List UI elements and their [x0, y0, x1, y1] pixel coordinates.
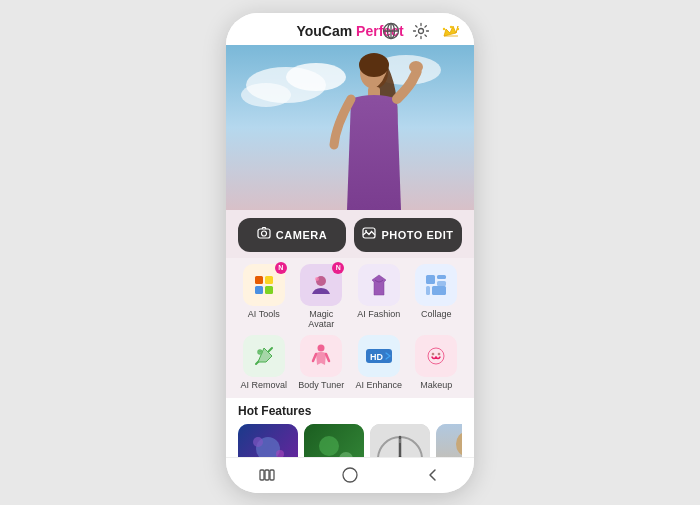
top-bar: YouCam Perfect — [226, 13, 474, 45]
svg-point-7 — [457, 27, 459, 29]
collage-icon-box — [415, 264, 457, 306]
svg-line-35 — [326, 354, 329, 361]
svg-rect-30 — [426, 286, 430, 295]
hot-feature-4[interactable] — [436, 424, 462, 457]
page-background: YouCam Perfect — [0, 0, 700, 505]
svg-point-20 — [365, 230, 367, 232]
camera-button[interactable]: CAMERA — [238, 218, 346, 252]
nav-back-button[interactable] — [424, 466, 442, 484]
ai-removal-label: AI Removal — [240, 380, 287, 390]
svg-rect-27 — [426, 275, 435, 284]
body-tuner-label: Body Tuner — [298, 380, 344, 390]
tools-grid: N AI Tools N Magic Avatar — [238, 264, 462, 390]
makeup-icon-box — [415, 335, 457, 377]
ai-tools-badge: N — [275, 262, 287, 274]
svg-text:HD: HD — [370, 352, 383, 362]
svg-point-46 — [253, 437, 263, 447]
svg-point-41 — [433, 353, 434, 354]
crown-icon[interactable] — [440, 20, 462, 42]
top-icons-group — [380, 20, 462, 42]
ai-fashion-icon-box — [358, 264, 400, 306]
svg-rect-17 — [258, 229, 270, 238]
hot-features-section: Hot Features — [226, 398, 474, 457]
ai-enhance-label: AI Enhance — [355, 380, 402, 390]
magic-avatar-label: Magic Avatar — [296, 309, 348, 329]
tool-ai-removal[interactable]: AI Removal — [238, 335, 290, 390]
settings-icon[interactable] — [410, 20, 432, 42]
camera-label: CAMERA — [276, 229, 327, 241]
svg-point-14 — [359, 53, 389, 77]
ai-tools-icon-box: N — [243, 264, 285, 306]
nav-recent-button[interactable] — [258, 466, 276, 484]
app-title-part1: YouCam — [296, 23, 352, 39]
hero-image — [226, 45, 474, 210]
svg-rect-31 — [432, 286, 446, 295]
collage-label: Collage — [421, 309, 452, 319]
svg-rect-21 — [255, 276, 263, 284]
svg-rect-66 — [265, 470, 269, 480]
hot-features-row — [238, 424, 462, 457]
svg-point-16 — [409, 61, 423, 73]
bottom-nav — [226, 457, 474, 493]
camera-icon — [257, 226, 271, 244]
svg-rect-28 — [437, 275, 446, 279]
ai-enhance-icon-box: HD — [358, 335, 400, 377]
svg-point-18 — [261, 231, 266, 236]
tool-ai-enhance[interactable]: HD AI Enhance — [353, 335, 405, 390]
hot-feature-2[interactable] — [304, 424, 364, 457]
svg-point-33 — [318, 344, 325, 351]
action-buttons-row: CAMERA PHOTO EDIT — [226, 210, 474, 258]
svg-point-42 — [439, 353, 440, 354]
svg-point-10 — [286, 63, 346, 91]
svg-point-26 — [315, 277, 319, 281]
phone-container: YouCam Perfect — [226, 13, 474, 493]
svg-point-11 — [241, 83, 291, 107]
photo-edit-label: PHOTO EDIT — [381, 229, 453, 241]
svg-rect-22 — [265, 276, 273, 284]
svg-rect-24 — [265, 286, 273, 294]
ai-fashion-label: AI Fashion — [357, 309, 400, 319]
tool-ai-fashion[interactable]: AI Fashion — [353, 264, 405, 329]
hot-feature-3[interactable] — [370, 424, 430, 457]
makeup-label: Makeup — [420, 380, 452, 390]
tool-magic-avatar[interactable]: N Magic Avatar — [296, 264, 348, 329]
svg-point-4 — [419, 28, 424, 33]
svg-rect-23 — [255, 286, 263, 294]
photo-edit-button[interactable]: PHOTO EDIT — [354, 218, 462, 252]
tool-collage[interactable]: Collage — [411, 264, 463, 329]
svg-point-6 — [450, 25, 452, 27]
ai-tools-label: AI Tools — [248, 309, 280, 319]
magic-avatar-badge: N — [332, 262, 344, 274]
svg-rect-67 — [270, 470, 274, 480]
svg-point-5 — [443, 27, 445, 29]
globe-icon[interactable] — [380, 20, 402, 42]
hot-feature-1[interactable] — [238, 424, 298, 457]
nav-home-button[interactable] — [341, 466, 359, 484]
svg-rect-65 — [260, 470, 264, 480]
svg-point-49 — [319, 436, 339, 456]
tool-ai-tools[interactable]: N AI Tools — [238, 264, 290, 329]
hot-features-title: Hot Features — [238, 404, 462, 418]
svg-point-68 — [343, 468, 357, 482]
tool-makeup[interactable]: Makeup — [411, 335, 463, 390]
tool-body-tuner[interactable]: Body Tuner — [296, 335, 348, 390]
svg-line-34 — [313, 354, 316, 361]
ai-removal-icon-box — [243, 335, 285, 377]
svg-rect-29 — [437, 281, 446, 286]
tools-section: N AI Tools N Magic Avatar — [226, 258, 474, 398]
photo-edit-icon — [362, 226, 376, 244]
magic-avatar-icon-box: N — [300, 264, 342, 306]
body-tuner-icon-box — [300, 335, 342, 377]
